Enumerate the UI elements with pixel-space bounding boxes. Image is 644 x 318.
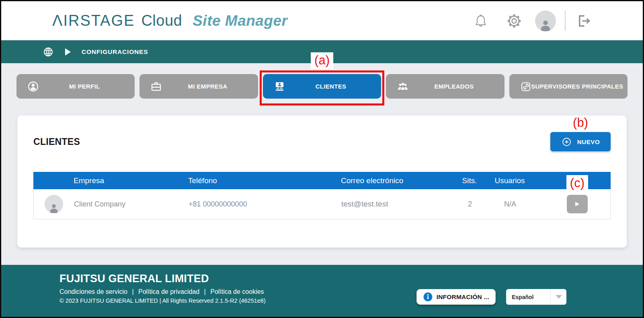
table-row: Client Company +81 00000000000 test@test… [33, 189, 611, 219]
person-circle-icon [27, 80, 39, 93]
page-title: CLIENTES [33, 136, 80, 147]
brand-product: Site Manager [193, 12, 287, 29]
tab-supervisores-principales[interactable]: SUPERVISORES PRINCIPALES [509, 74, 628, 99]
contact-badge-icon [273, 80, 286, 93]
triangle-right-icon [65, 48, 71, 56]
header-actions [473, 10, 591, 31]
brand-cloud: Cloud [141, 12, 182, 29]
tab-mi-perfil[interactable]: MI PERFIL [16, 74, 135, 99]
logout-button[interactable] [575, 13, 591, 29]
language-selected-value: Español [506, 289, 550, 305]
link-terms[interactable]: Condiciones de servicio [59, 288, 127, 295]
header-divider [565, 11, 566, 31]
cell-telefono: +81 00000000000 [189, 200, 341, 209]
client-avatar [34, 195, 74, 213]
tab-mi-empresa[interactable]: MI EMPRESA [139, 74, 258, 99]
tab-empleados[interactable]: EMPLEADOS [386, 74, 504, 99]
information-button-label: INFORMACIÓN ... [437, 293, 489, 301]
column-header-usuarios: Usuarios [486, 176, 534, 185]
column-header-sits: Sits. [453, 176, 486, 185]
table-header-row: Empresa Teléfono Correo electrónico Sits… [33, 172, 611, 189]
clients-panel-header: CLIENTES NUEVO (b) [17, 116, 627, 151]
avatar-icon [48, 202, 59, 213]
gear-icon [505, 12, 523, 30]
tab-clientes[interactable]: CLIENTES (a) [263, 74, 381, 99]
footer-company-name: FUJITSU GENERAL LIMITED [59, 273, 643, 285]
clients-panel: CLIENTES NUEVO (b) Empresa Teléfono Corr… [17, 116, 627, 248]
breadcrumb: CONFIGURACIONES [82, 48, 148, 56]
app-window: ΛIRSTAGE Cloud Site Manager [0, 0, 644, 318]
open-client-button[interactable] [567, 195, 588, 213]
column-header-telefono: Teléfono [188, 176, 341, 185]
notifications-button[interactable] [473, 13, 488, 29]
cell-actions [534, 195, 610, 213]
chain-link-icon [520, 80, 532, 93]
link-separator: | [204, 288, 206, 295]
people-group-icon [396, 80, 409, 93]
settings-tabs: MI PERFIL MI EMPRESA [1, 63, 643, 99]
plus-circle-icon [561, 136, 572, 147]
bell-icon [473, 13, 488, 29]
chevron-down-icon [556, 295, 562, 299]
language-select[interactable]: Español [506, 289, 566, 305]
new-client-button-label: NUEVO [577, 138, 600, 145]
new-client-button[interactable]: NUEVO (b) [550, 132, 611, 151]
logout-icon [575, 13, 591, 29]
footer-controls: INFORMACIÓN ... Español [416, 289, 566, 305]
clients-table: Empresa Teléfono Correo electrónico Sits… [33, 172, 611, 219]
cell-correo: test@test.test [341, 200, 454, 209]
information-button[interactable]: INFORMACIÓN ... [416, 289, 496, 305]
link-cookies[interactable]: Política de cookies [210, 288, 264, 295]
brand-logo: ΛIRSTAGE Cloud Site Manager [52, 12, 287, 29]
cell-sits: 2 [454, 200, 486, 209]
link-privacy[interactable]: Política de privacidad [138, 288, 199, 295]
link-separator: | [132, 288, 133, 295]
cell-usuarios: N/A [486, 200, 534, 209]
settings-button[interactable] [505, 12, 523, 30]
info-circle-icon [423, 292, 433, 302]
arrow-right-icon [575, 202, 579, 206]
user-avatar-button[interactable] [535, 10, 556, 31]
brand-airstage: ΛIRSTAGE [52, 12, 135, 29]
cell-empresa: Client Company [74, 200, 189, 209]
column-header-correo: Correo electrónico [341, 176, 453, 185]
annotation-label-b: (b) [571, 115, 590, 131]
briefcase-icon [150, 80, 162, 93]
footer: FUJITSU GENERAL LIMITED Condiciones de s… [1, 265, 643, 317]
main-content: MI PERFIL MI EMPRESA [1, 63, 643, 265]
language-dropdown-zone[interactable] [550, 289, 566, 305]
top-bar: ΛIRSTAGE Cloud Site Manager [1, 1, 643, 40]
column-header-empresa: Empresa [74, 176, 188, 185]
globe-icon[interactable] [43, 46, 54, 58]
breadcrumb-bar: CONFIGURACIONES [1, 40, 643, 63]
avatar-icon [539, 19, 552, 31]
